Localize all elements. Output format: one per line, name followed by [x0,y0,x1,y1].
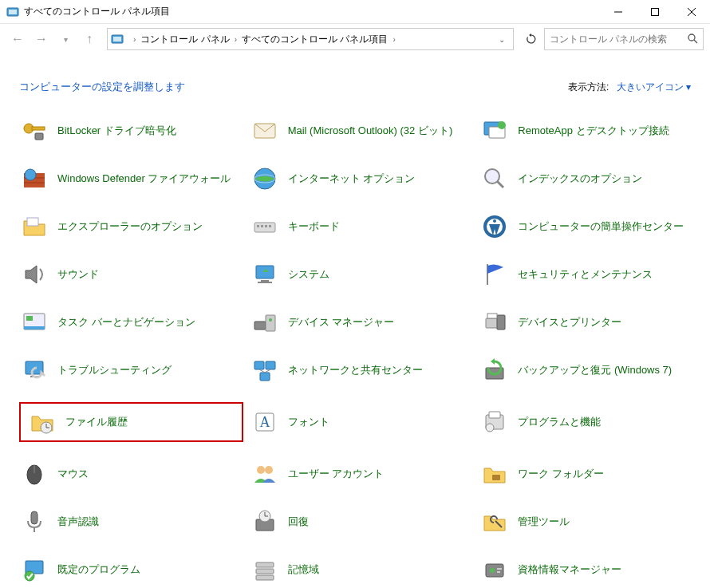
device-manager-icon [251,309,278,336]
troubleshoot-icon [21,357,48,384]
close-button[interactable] [673,0,710,24]
item-label: 音声認識 [57,515,99,529]
back-button[interactable]: ← [6,28,29,50]
svg-point-80 [490,568,495,573]
svg-rect-1 [9,10,17,14]
refresh-button[interactable] [520,28,542,50]
svg-point-66 [265,466,273,474]
item-system[interactable]: システム [250,258,474,290]
item-devices[interactable]: デバイスとプリンター [479,306,704,338]
item-fonts[interactable]: A フォント [250,402,474,442]
window-controls [600,0,710,24]
view-label: 表示方法: [568,81,609,93]
svg-rect-39 [24,326,45,330]
network-icon [251,357,278,384]
chevron-right-icon[interactable]: › [133,35,136,44]
svg-rect-61 [489,412,500,418]
control-panel-icon [111,33,124,45]
item-defender[interactable]: Windows Defender ファイアウォール [19,163,243,195]
item-filehistory[interactable]: ファイル履歴 [19,402,243,442]
item-keyboard[interactable]: キーボード [250,211,474,243]
speaker-icon [21,261,48,288]
search-icon[interactable] [687,33,698,46]
globe-icon [251,165,278,192]
item-label: 管理ツール [518,515,570,529]
item-label: キーボード [288,220,340,234]
flag-icon [481,261,508,288]
item-label: デバイス マネージャー [288,316,395,330]
item-label: ユーザー アカウント [288,468,385,481]
svg-rect-51 [260,373,270,381]
svg-rect-46 [487,314,497,318]
item-label: トラブルシューティング [57,364,172,377]
search-box[interactable] [544,28,704,50]
item-remoteapp[interactable]: RemoteApp とデスクトップ接続 [479,115,704,147]
view-dropdown[interactable]: 大きいアイコン ▾ [617,81,691,93]
addressbar[interactable]: › コントロール パネル › すべてのコントロール パネル項目 › ⌄ [107,28,514,50]
item-workfolder[interactable]: ワーク フォルダー [479,458,704,490]
item-speech[interactable]: 音声認識 [19,506,243,538]
svg-rect-49 [254,361,264,369]
item-internet[interactable]: インターネット オプション [250,163,474,195]
item-security[interactable]: セキュリティとメンテナンス [479,258,704,290]
item-defaults[interactable]: 既定のプログラム [19,554,243,585]
item-label: システム [288,268,329,282]
item-sound[interactable]: サウンド [19,258,243,290]
item-label: セキュリティとメンテナンス [518,268,653,282]
forward-button[interactable]: → [30,28,53,50]
svg-rect-12 [35,133,43,140]
svg-rect-76 [256,562,274,567]
item-mail[interactable]: Mail (Microsoft Outlook) (32 ビット) [250,115,474,147]
control-panel-icon [6,6,19,18]
svg-rect-41 [254,322,266,330]
item-index[interactable]: インデックスのオプション [479,163,704,195]
item-ease[interactable]: コンピューターの簡単操作センター [479,211,704,243]
item-label: インターネット オプション [288,172,416,186]
item-device-mgr[interactable]: デバイス マネージャー [250,306,474,338]
remote-desktop-icon [481,117,508,144]
item-label: コンピューターの簡単操作センター [518,220,684,234]
svg-rect-77 [256,569,274,574]
search-input[interactable] [550,34,687,45]
item-storage[interactable]: 記憶域 [250,554,474,585]
minimize-button[interactable] [600,0,637,24]
titlebar: すべてのコントロール パネル項目 [0,0,710,24]
item-mouse[interactable]: マウス [19,458,243,490]
item-admintools[interactable]: 管理ツール [479,506,704,538]
item-credentials[interactable]: 資格情報マネージャー [479,554,704,585]
taskbar-icon [21,309,48,336]
svg-rect-78 [256,575,274,580]
address-dropdown[interactable]: ⌄ [499,35,505,44]
svg-point-43 [269,318,272,322]
item-network[interactable]: ネットワークと共有センター [250,354,474,386]
ease-of-access-icon [481,213,508,240]
item-label: Mail (Microsoft Outlook) (32 ビット) [288,124,453,138]
breadcrumb-item[interactable]: すべてのコントロール パネル項目 [242,33,388,46]
chevron-right-icon[interactable]: › [235,35,237,44]
svg-rect-82 [497,571,500,573]
item-recovery[interactable]: 回復 [250,506,474,538]
item-label: ワーク フォルダー [518,468,604,481]
svg-rect-3 [652,8,659,15]
chevron-right-icon[interactable]: › [392,35,395,44]
microphone-icon [21,508,48,535]
item-troubleshoot[interactable]: トラブルシューティング [19,354,243,386]
svg-rect-28 [261,225,263,227]
item-programs[interactable]: プログラムと機能 [479,402,704,442]
breadcrumb-item[interactable]: コントロール パネル [140,33,229,46]
maximize-button[interactable] [637,0,673,24]
svg-point-65 [257,466,265,474]
svg-rect-30 [269,225,271,227]
item-backup[interactable]: バックアップと復元 (Windows 7) [479,354,704,386]
item-explorer[interactable]: エクスプローラーのオプション [19,211,243,243]
item-users[interactable]: ユーザー アカウント [250,458,474,490]
item-bitlocker[interactable]: BitLocker ドライブ暗号化 [19,115,243,147]
svg-rect-50 [266,361,275,369]
up-button[interactable]: ↑ [78,28,101,50]
recent-dropdown[interactable]: ▾ [54,28,77,50]
svg-point-8 [688,34,695,41]
mouse-icon [21,460,48,487]
svg-rect-36 [258,282,272,283]
svg-rect-42 [266,315,275,331]
item-taskbar[interactable]: タスク バーとナビゲーション [19,306,243,338]
